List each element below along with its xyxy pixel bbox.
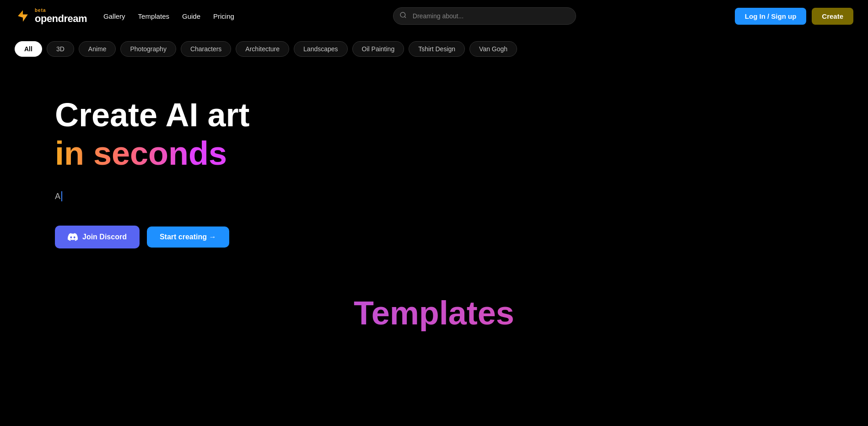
filter-3d[interactable]: 3D	[47, 41, 74, 57]
discord-label: Join Discord	[82, 233, 127, 241]
search-icon	[399, 11, 407, 21]
filter-oil-painting[interactable]: Oil Painting	[352, 41, 404, 57]
svg-line-3	[404, 16, 406, 18]
discord-icon	[68, 232, 78, 242]
logo-text: beta opendream	[35, 8, 87, 24]
logo-icon	[15, 8, 31, 24]
nav-templates[interactable]: Templates	[138, 12, 169, 20]
hero-title-line2: in seconds	[55, 136, 397, 171]
search-area	[234, 7, 735, 25]
search-input[interactable]	[393, 7, 576, 25]
templates-section: Templates	[0, 276, 868, 341]
filter-anime[interactable]: Anime	[79, 41, 116, 57]
filter-architecture[interactable]: Architecture	[236, 41, 289, 57]
login-button[interactable]: Log In / Sign up	[735, 8, 806, 25]
start-creating-button[interactable]: Start creating →	[147, 226, 229, 248]
hero-section: Create AI art in seconds A Join Discord …	[0, 61, 412, 276]
nav-right: Log In / Sign up Create	[735, 8, 853, 25]
templates-heading: Templates	[15, 294, 853, 332]
filter-characters[interactable]: Characters	[181, 41, 231, 57]
nav-links: Gallery Templates Guide Pricing	[103, 12, 234, 20]
nav-gallery[interactable]: Gallery	[103, 12, 125, 20]
nav-pricing[interactable]: Pricing	[213, 12, 234, 20]
brand-name: opendream	[35, 14, 87, 24]
gradient-subtitle: in seconds	[55, 135, 227, 172]
nav-left: beta opendream Gallery Templates Guide P…	[15, 8, 234, 24]
typing-area: A	[55, 189, 397, 204]
logo[interactable]: beta opendream	[15, 8, 87, 24]
filter-all[interactable]: All	[15, 41, 42, 57]
filter-landscapes[interactable]: Landscapes	[294, 41, 348, 57]
cta-buttons: Join Discord Start creating →	[55, 226, 397, 248]
filter-bar: All 3D Anime Photography Characters Arch…	[0, 32, 868, 61]
hero-title-line1: Create AI art	[55, 98, 397, 133]
filter-photography[interactable]: Photography	[120, 41, 176, 57]
beta-badge: beta	[35, 8, 87, 13]
nav-guide[interactable]: Guide	[182, 12, 200, 20]
svg-point-2	[400, 12, 405, 17]
create-button[interactable]: Create	[812, 8, 853, 25]
filter-van-gogh[interactable]: Van Gogh	[469, 41, 517, 57]
navbar: beta opendream Gallery Templates Guide P…	[0, 0, 868, 32]
typing-text: A	[55, 192, 60, 201]
search-wrapper	[393, 7, 576, 25]
text-cursor	[61, 191, 62, 201]
filter-tshirt-design[interactable]: Tshirt Design	[409, 41, 465, 57]
join-discord-button[interactable]: Join Discord	[55, 226, 140, 248]
